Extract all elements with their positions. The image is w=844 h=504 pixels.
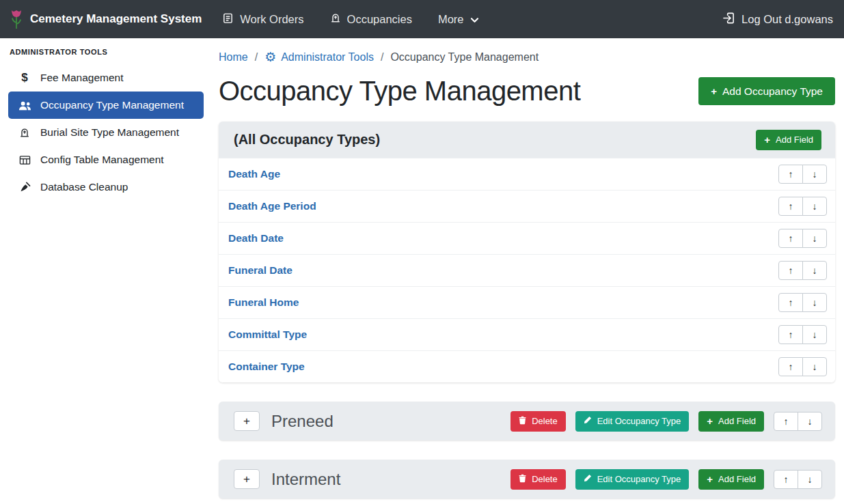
arrow-up-icon: ↑ bbox=[789, 234, 793, 243]
move-up-button[interactable]: ↑ bbox=[778, 197, 803, 216]
tombstone-icon bbox=[18, 127, 31, 138]
app-title: Cemetery Management System bbox=[30, 12, 202, 26]
delete-button[interactable]: Delete bbox=[511, 469, 566, 490]
move-down-button[interactable]: ↓ bbox=[798, 470, 822, 489]
section-title: Preneed bbox=[271, 412, 333, 431]
arrow-down-icon: ↓ bbox=[813, 234, 817, 243]
move-up-button[interactable]: ↑ bbox=[778, 325, 803, 344]
arrow-up-icon: ↑ bbox=[784, 417, 789, 426]
arrow-down-icon: ↓ bbox=[813, 266, 817, 275]
field-row: Death Date ↑ ↓ bbox=[219, 222, 835, 254]
edit-occupancy-type-button[interactable]: Edit Occupancy Type bbox=[575, 469, 690, 490]
arrow-down-icon: ↓ bbox=[808, 475, 813, 484]
add-field-button[interactable]: + Add Field bbox=[698, 469, 764, 490]
add-field-button[interactable]: + Add Field bbox=[698, 411, 764, 432]
sidebar-item-config-table-management[interactable]: Config Table Management bbox=[8, 146, 204, 173]
logout-button[interactable]: Log Out d.gowans bbox=[722, 12, 833, 27]
section-title: Interment bbox=[271, 470, 340, 489]
broom-icon bbox=[18, 182, 31, 193]
arrow-down-icon: ↓ bbox=[813, 201, 817, 211]
move-down-button[interactable]: ↓ bbox=[798, 412, 822, 431]
reorder-group: ↑ ↓ bbox=[778, 357, 827, 376]
all-occupancy-types-title: (All Occupancy Types) bbox=[234, 132, 380, 148]
breadcrumb-separator: / bbox=[255, 51, 258, 64]
move-up-button[interactable]: ↑ bbox=[778, 261, 803, 280]
sidebar-item-label: Fee Management bbox=[40, 72, 124, 84]
field-link-funeral-home[interactable]: Funeral Home bbox=[228, 296, 299, 309]
field-row: Committal Type ↑ ↓ bbox=[219, 318, 835, 350]
move-down-button[interactable]: ↓ bbox=[802, 165, 827, 184]
sidebar-item-burial-site-type-management[interactable]: Burial Site Type Management bbox=[8, 119, 204, 146]
trash-icon bbox=[519, 474, 526, 485]
reorder-group: ↑ ↓ bbox=[778, 229, 827, 248]
field-link-death-age[interactable]: Death Age bbox=[228, 168, 280, 180]
page-layout: ADMINISTRATOR TOOLS $ Fee Management Occ… bbox=[0, 38, 844, 504]
arrow-up-icon: ↑ bbox=[784, 475, 789, 484]
sidebar-heading: ADMINISTRATOR TOOLS bbox=[8, 45, 204, 64]
pencil-icon bbox=[584, 474, 592, 484]
field-link-funeral-date[interactable]: Funeral Date bbox=[228, 264, 292, 277]
field-row: Funeral Home ↑ ↓ bbox=[219, 286, 835, 318]
arrow-down-icon: ↓ bbox=[813, 362, 817, 372]
reorder-group: ↑ ↓ bbox=[774, 412, 822, 431]
breadcrumb-admin-tools-link[interactable]: ⚙ Administrator Tools bbox=[264, 51, 374, 64]
expand-button[interactable]: + bbox=[234, 469, 260, 489]
nav-work-orders-label: Work Orders bbox=[240, 13, 303, 26]
move-up-button[interactable]: ↑ bbox=[778, 229, 803, 248]
plus-icon: + bbox=[243, 415, 250, 428]
move-up-button[interactable]: ↑ bbox=[774, 412, 798, 431]
add-occupancy-type-button[interactable]: + Add Occupancy Type bbox=[698, 77, 835, 105]
arrow-up-icon: ↑ bbox=[789, 362, 793, 372]
field-link-committal-type[interactable]: Committal Type bbox=[228, 328, 307, 341]
delete-label: Delete bbox=[532, 474, 558, 484]
field-row: Death Age ↑ ↓ bbox=[219, 158, 835, 190]
breadcrumb-current: Occupancy Type Management bbox=[390, 51, 539, 64]
breadcrumb-separator: / bbox=[381, 51, 383, 64]
nav-more[interactable]: More bbox=[438, 13, 479, 26]
page-title: Occupancy Type Management bbox=[219, 76, 580, 107]
move-up-button[interactable]: ↑ bbox=[778, 357, 803, 376]
move-up-button[interactable]: ↑ bbox=[778, 165, 803, 184]
sidebar-item-database-cleanup[interactable]: Database Cleanup bbox=[8, 173, 204, 201]
edit-occupancy-type-label: Edit Occupancy Type bbox=[597, 416, 681, 426]
field-link-container-type[interactable]: Container Type bbox=[228, 361, 305, 373]
move-down-button[interactable]: ↓ bbox=[802, 261, 827, 280]
move-up-button[interactable]: ↑ bbox=[778, 293, 803, 312]
all-occupancy-types-card: (All Occupancy Types) + Add Field Death … bbox=[219, 122, 835, 382]
move-down-button[interactable]: ↓ bbox=[802, 357, 827, 376]
nav-work-orders[interactable]: Work Orders bbox=[222, 12, 303, 27]
move-up-button[interactable]: ↑ bbox=[774, 470, 798, 489]
field-link-death-age-period[interactable]: Death Age Period bbox=[228, 200, 316, 212]
move-down-button[interactable]: ↓ bbox=[802, 325, 827, 344]
field-link-death-date[interactable]: Death Date bbox=[228, 232, 284, 244]
arrow-up-icon: ↑ bbox=[789, 298, 793, 307]
add-field-button[interactable]: + Add Field bbox=[756, 130, 821, 150]
pencil-icon bbox=[584, 416, 592, 426]
add-occupancy-type-label: Add Occupancy Type bbox=[722, 85, 823, 98]
edit-occupancy-type-label: Edit Occupancy Type bbox=[597, 474, 681, 484]
nav-occupancies[interactable]: Occupancies bbox=[330, 12, 412, 26]
arrow-up-icon: ↑ bbox=[789, 169, 793, 179]
move-down-button[interactable]: ↓ bbox=[802, 293, 827, 312]
nav-occupancies-label: Occupancies bbox=[347, 13, 412, 26]
delete-button[interactable]: Delete bbox=[511, 411, 566, 432]
app-brand[interactable]: Cemetery Management System bbox=[10, 10, 202, 29]
sidebar-item-occupancy-type-management[interactable]: Occupancy Type Management bbox=[8, 92, 204, 119]
move-down-button[interactable]: ↓ bbox=[802, 197, 827, 216]
sidebar-item-fee-management[interactable]: $ Fee Management bbox=[8, 64, 204, 92]
plus-icon: + bbox=[711, 86, 717, 96]
arrow-down-icon: ↓ bbox=[813, 169, 817, 179]
all-occupancy-types-header: (All Occupancy Types) + Add Field bbox=[219, 122, 835, 158]
expand-button[interactable]: + bbox=[234, 411, 260, 431]
plus-icon: + bbox=[707, 474, 713, 484]
top-navbar: Cemetery Management System Work Orders bbox=[0, 0, 844, 38]
move-down-button[interactable]: ↓ bbox=[802, 229, 827, 248]
main-content: Home / ⚙ Administrator Tools / Occupancy… bbox=[210, 38, 844, 504]
breadcrumb-admin-tools-label: Administrator Tools bbox=[281, 51, 374, 64]
section-bar-preneed: + Preneed Delete bbox=[219, 402, 835, 440]
reorder-group: ↑ ↓ bbox=[778, 165, 827, 184]
arrow-up-icon: ↑ bbox=[789, 201, 793, 211]
nav-more-label: More bbox=[438, 13, 464, 26]
breadcrumb-home-link[interactable]: Home bbox=[219, 51, 248, 64]
edit-occupancy-type-button[interactable]: Edit Occupancy Type bbox=[575, 411, 690, 432]
